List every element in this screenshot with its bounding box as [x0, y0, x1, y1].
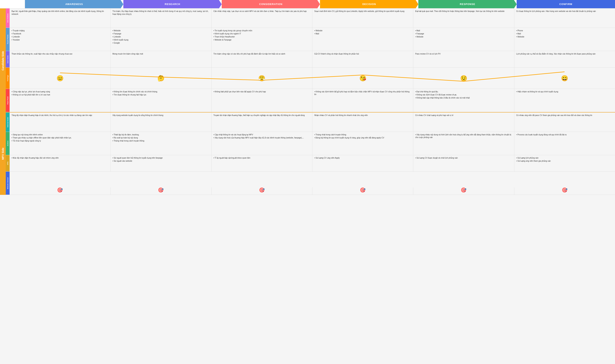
row-feelings: Feelings😐🤔😤😘😟😄 [6, 68, 615, 89]
col-header-research: RESEARCH [123, 0, 222, 8]
col-header-decision: DECISION [320, 0, 418, 8]
svg-text:🎯: 🎯 [340, 182, 346, 188]
candidate-side-label: Candidate Side [0, 8, 6, 113]
feeling-cell-1: 🤔 [110, 68, 211, 89]
cells-row-internalGoals: Tăng độ nhận diện thương hiệu ở các kênh… [10, 113, 615, 132]
mfv-rows: Internal GoalsTăng độ nhận diện thương h… [6, 113, 615, 195]
cell-userActives-0: Bạn bè, người thân giới thiệu, thấy quản… [10, 8, 110, 28]
row-kpis: KPIs• Mức độ nhận diện thương hiệu đối v… [6, 155, 615, 172]
svg-text:🎯: 🎯 [158, 186, 164, 191]
candidate-rows: User ActivesBạn bè, người thân giới thiệ… [6, 8, 615, 113]
row-userGoals: User GoalsTham khảo các thông tin, xuất … [6, 51, 615, 68]
feeling-cell-0: 😐 [10, 68, 110, 89]
cell-actives-5: • Process các bước tuyển dụng đúng với q… [514, 132, 615, 155]
cell-kpis-0: • Mức độ nhận diện thương hiệu đối với n… [10, 155, 110, 171]
website-interact-svg: 🎯🎯🎯🎯🎯🎯🎯🎯🎯🎯 [10, 172, 615, 195]
svg-text:🎯: 🎯 [219, 186, 224, 192]
cell-actives-4: • Xây dựng nhiều nội dung và hình ảnh vă… [413, 132, 514, 155]
cell-userActives-3: Soạn mail đính kèm CV, gửi thông tin qua… [312, 8, 413, 28]
row-internalGoals: Internal GoalsTăng độ nhận diện thương h… [6, 113, 615, 132]
cell-userGoals-1: Mong muốn tìm kiếm công việc mới [110, 51, 211, 67]
svg-text:🎯: 🎯 [522, 175, 527, 180]
feeling-cell-4: 😟 [413, 68, 514, 89]
svg-text:🎯: 🎯 [98, 191, 103, 195]
col-header-awareness: AWARENESS [25, 0, 123, 8]
row-tag-actives: Actives [6, 132, 10, 155]
svg-text:🎯: 🎯 [562, 174, 567, 180]
cell-touchPoints-4: • Mail• Fanpage• Website [413, 28, 514, 51]
row-tag-kpis: KPIs [6, 155, 10, 171]
cell-actives-0: • Sáng tạo nội dung trên kênh online• Th… [10, 132, 110, 155]
row-actives: Actives• Sáng tạo nội dung trên kênh onl… [6, 132, 615, 155]
cell-kpis-5: • Số lượng lịch phỏng vấn• Số lượng ứng … [514, 155, 615, 171]
row-paintPoint: Paint Point• Công việc áp lực, phúc lợi … [6, 89, 615, 112]
top-header: AWARENESSRESEARCHCONSIDERATIONDECISIONRE… [0, 0, 615, 8]
cells-row-websiteInteract: 🎯🎯🎯🎯🎯🎯🎯🎯🎯🎯🎯🎯🎯🎯🎯🎯 [10, 172, 615, 195]
cell-touchPoints-5: • Phone• Mail• Website [514, 28, 615, 51]
header-left-spacer [0, 0, 25, 8]
cell-touchPoints-3: • Website• Mail [312, 28, 413, 51]
cell-paintPoint-4: • Đợi chờ thông tin quá lâu.• Không xác … [413, 89, 514, 112]
cells-row-touchPoints: • Truyền miệng• Facebook• Linkedin• Yout… [10, 28, 615, 51]
cells-row-actives: • Sáng tạo nội dung trên kênh online• Th… [10, 132, 615, 155]
cell-userGoals-3: Gửi CV thành công và nhận được thông tin… [312, 51, 413, 67]
cell-paintPoint-0: • Công việc áp lực, phúc lợi chưa tương … [10, 89, 110, 112]
feeling-cell-3: 😘 [312, 68, 413, 89]
cells-row-paintPoint: • Công việc áp lực, phúc lợi chưa tương … [10, 89, 615, 112]
mfv-section: MFV SideInternal GoalsTăng độ nhận diện … [0, 113, 615, 195]
cell-kpis-1: • Số người quan tâm hỏi thông tin tuyển … [110, 155, 211, 171]
cell-kpis-4: • Số lượng CV được duyệt và chốt lịch ph… [413, 155, 514, 171]
cell-internalGoals-0: Tăng độ nhận diện thương hiệu ở các kênh… [10, 113, 110, 132]
row-tag-userActives: User Actives [6, 8, 10, 28]
main-rows-area: Candidate SideUser ActivesBạn bè, người … [0, 8, 615, 195]
cell-touchPoints-2: • Tin tuyển dụng trong các group chuyên … [212, 28, 312, 51]
feeling-cell-5: 😄 [514, 68, 615, 89]
cell-kpis-3: • Số lượng CV ứng viên Apply [312, 155, 413, 171]
cell-paintPoint-5: • Hiểu nhầm về thông tin và quy trình tu… [514, 89, 615, 112]
cell-paintPoint-2: • Không biết phải lựa chọn bên nào để ap… [212, 89, 312, 112]
cell-internalGoals-5: Có nhiều ứng viên đã pass CV tham gia ph… [514, 113, 615, 132]
cell-paintPoint-3: • Không xác định kênh để gửi phù hợp và … [312, 89, 413, 112]
cell-userGoals-5: Lịch phỏng vấn cụ thể và địa điểm rõ ràn… [514, 51, 615, 67]
col-header-consideration: CONSIDERATION [222, 0, 320, 8]
svg-text:🎯: 🎯 [461, 179, 467, 184]
cell-userActives-1: Tìm kiếm, thu thập được nhiều thông tin … [110, 8, 211, 28]
svg-text:🎯: 🎯 [259, 185, 265, 190]
svg-text:🎯: 🎯 [360, 182, 366, 188]
body-area: Candidate SideUser ActivesBạn bè, người … [0, 8, 615, 195]
cell-userActives-2: Cân nhắc nhảy việc, lựa chọn và so sánh … [212, 8, 312, 28]
cell-internalGoals-3: Nhận nhiều CV và phản hồi thông tin nhan… [312, 113, 413, 132]
cell-userActives-5: Có được thông tin lịch phỏng vấn. Hào hứ… [514, 8, 615, 28]
cells-row-feelings: 😐🤔😤😘😟😄 [10, 68, 615, 89]
candidate-section: Candidate SideUser ActivesBạn bè, người … [0, 8, 615, 113]
row-tag-feelings: Feelings [6, 68, 10, 89]
cell-internalGoals-1: Xây dựng website tuyển dụng là cổng thôn… [110, 113, 211, 132]
row-tag-paintPoint: Paint Point [6, 89, 10, 112]
cell-actives-2: • Cập nhật thông tin về các hoạt động tạ… [212, 132, 312, 155]
journey-map: AWARENESSRESEARCHCONSIDERATIONDECISIONRE… [0, 0, 615, 195]
row-touchPoints: Touch Points• Truyền miệng• Facebook• Li… [6, 28, 615, 51]
cell-touchPoints-1: • Website• Fanpage• Linkedin• Kênh tuyển… [110, 28, 211, 51]
cells-row-userGoals: Tham khảo các thông tin, xuất hiện nhu c… [10, 51, 615, 67]
cell-internalGoals-2: Truyền tải nhận diện thương hiệu, thể hi… [212, 113, 312, 132]
row-tag-websiteInteract: Website Interact [6, 172, 10, 195]
cell-paintPoint-1: • Không tìm được thông tin chính xác và … [110, 89, 211, 112]
cell-userGoals-4: Pass review CV và có lịch PV [413, 51, 514, 67]
col-header-confirm: CONFIRM [517, 0, 615, 8]
row-tag-touchPoints: Touch Points [6, 28, 10, 51]
col-header-response: RESPONSE [418, 0, 517, 8]
cell-userGoals-0: Tham khảo các thông tin, xuất hiện nhu c… [10, 51, 110, 67]
cell-kpis-2: • Tỉ lệ người tiếp cận/người inbox quan … [212, 155, 312, 171]
svg-text:🎯: 🎯 [57, 190, 63, 195]
row-tag-internalGoals: Internal Goals [6, 113, 10, 132]
row-tag-userGoals: User Goals [6, 51, 10, 67]
mfv-side-label: MFV Side [0, 113, 6, 195]
cell-userGoals-2: Tìm kiếm công việc có các tiêu chí phù h… [212, 51, 312, 67]
feeling-cell-2: 😤 [212, 68, 312, 89]
cells-row-userActives: Bạn bè, người thân giới thiệu, thấy quản… [10, 8, 615, 28]
row-userActives: User ActivesBạn bè, người thân giới thiệ… [6, 8, 615, 28]
cell-userActives-4: Đợi kết quả qua mail. Theo dõi thông tin… [413, 8, 514, 28]
cell-actives-1: • Thiết lập bộ đo đếm, tracking.• Rà soá… [110, 132, 211, 155]
cell-touchPoints-0: • Truyền miệng• Facebook• Linkedin• Yout… [10, 28, 110, 51]
cell-actives-3: • Thống nhất trong cách truyền thông• Đồ… [312, 132, 413, 155]
